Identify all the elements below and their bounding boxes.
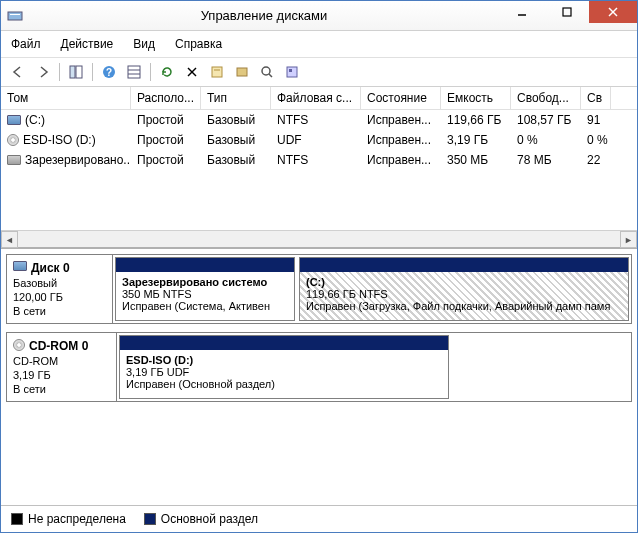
svg-rect-7	[76, 66, 82, 78]
titlebar[interactable]: Управление дисками	[1, 1, 637, 31]
partition-status: Исправен (Основной раздел)	[126, 378, 442, 390]
disk-info[interactable]: Диск 0 Базовый 120,00 ГБ В сети	[7, 255, 113, 323]
col-layout[interactable]: Располо...	[131, 87, 201, 109]
forward-button[interactable]	[32, 61, 54, 83]
properties-button[interactable]	[206, 61, 228, 83]
volume-pct: 91	[581, 111, 611, 129]
col-type[interactable]: Тип	[201, 87, 271, 109]
legend-swatch-black	[11, 513, 23, 525]
toolbar-separator	[92, 63, 93, 81]
app-icon	[7, 8, 23, 24]
refresh-button[interactable]	[156, 61, 178, 83]
list-view-button[interactable]	[123, 61, 145, 83]
disk-status: В сети	[13, 383, 110, 395]
volume-layout: Простой	[131, 111, 201, 129]
disk-size: 120,00 ГБ	[13, 291, 106, 303]
svg-rect-15	[212, 67, 222, 77]
svg-rect-21	[289, 69, 292, 72]
menu-help[interactable]: Справка	[165, 33, 232, 55]
delete-button[interactable]	[181, 61, 203, 83]
disk-partitions: Зарезервировано системо 350 МБ NTFS Испр…	[113, 255, 631, 323]
menu-file[interactable]: Файл	[1, 33, 51, 55]
volume-list[interactable]: (C:) Простой Базовый NTFS Исправен... 11…	[1, 110, 637, 230]
back-button[interactable]	[7, 61, 29, 83]
svg-rect-17	[237, 68, 247, 76]
disk-type: CD-ROM	[13, 355, 110, 367]
scroll-right-button[interactable]: ►	[620, 231, 637, 248]
tool-icon-2[interactable]	[256, 61, 278, 83]
partition-title: ESD-ISO (D:)	[126, 354, 442, 366]
svg-rect-10	[128, 66, 140, 78]
col-status[interactable]: Состояние	[361, 87, 441, 109]
partition[interactable]: ESD-ISO (D:) 3,19 ГБ UDF Исправен (Основ…	[119, 335, 449, 399]
svg-line-19	[269, 74, 272, 77]
partition-size: 119,66 ГБ NTFS	[306, 288, 622, 300]
disk-type: Базовый	[13, 277, 106, 289]
partition[interactable]: Зарезервировано системо 350 МБ NTFS Испр…	[115, 257, 295, 321]
minimize-button[interactable]	[499, 1, 544, 23]
tool-icon-3[interactable]	[281, 61, 303, 83]
volume-type: Базовый	[201, 111, 271, 129]
scroll-left-button[interactable]: ◄	[1, 231, 18, 248]
volume-name: ESD-ISO (D:)	[23, 133, 96, 147]
volume-pct: 0 %	[581, 131, 611, 149]
volume-row[interactable]: ESD-ISO (D:) Простой Базовый UDF Исправе…	[1, 130, 637, 150]
disk-partitions: ESD-ISO (D:) 3,19 ГБ UDF Исправен (Основ…	[117, 333, 631, 401]
volume-capacity: 350 МБ	[441, 151, 511, 169]
col-free[interactable]: Свобод...	[511, 87, 581, 109]
volume-free: 108,57 ГБ	[511, 111, 581, 129]
partition-size: 3,19 ГБ UDF	[126, 366, 442, 378]
volume-free: 78 МБ	[511, 151, 581, 169]
res-icon	[7, 155, 21, 165]
close-button[interactable]	[589, 1, 637, 23]
col-fs[interactable]: Файловая с...	[271, 87, 361, 109]
volume-fs: UDF	[271, 131, 361, 149]
volume-capacity: 3,19 ГБ	[441, 131, 511, 149]
legend-primary-label: Основной раздел	[161, 512, 258, 526]
cd-icon	[13, 339, 25, 351]
legend-unallocated: Не распределена	[11, 512, 126, 526]
menu-view[interactable]: Вид	[123, 33, 165, 55]
disk-management-window: Управление дисками Файл Действие Вид Спр…	[0, 0, 638, 533]
legend: Не распределена Основной раздел	[1, 505, 637, 532]
col-pct[interactable]: Св	[581, 87, 611, 109]
menu-action[interactable]: Действие	[51, 33, 124, 55]
show-hide-tree-button[interactable]	[65, 61, 87, 83]
volume-name: Зарезервировано...	[25, 153, 131, 167]
volume-layout: Простой	[131, 151, 201, 169]
volume-row[interactable]: Зарезервировано... Простой Базовый NTFS …	[1, 150, 637, 170]
col-volume[interactable]: Том	[1, 87, 131, 109]
volume-pct: 22	[581, 151, 611, 169]
partition-status: Исправен (Система, Активен	[122, 300, 288, 312]
toolbar-separator	[59, 63, 60, 81]
volume-status: Исправен...	[361, 151, 441, 169]
hdd-icon	[7, 115, 21, 125]
horizontal-scrollbar[interactable]: ◄ ►	[1, 230, 637, 247]
hdd-icon	[13, 261, 27, 271]
partition-status: Исправен (Загрузка, Файл подкачки, Авари…	[306, 300, 622, 312]
legend-primary: Основной раздел	[144, 512, 258, 526]
partition-title: Зарезервировано системо	[122, 276, 288, 288]
partition-body: (C:) 119,66 ГБ NTFS Исправен (Загрузка, …	[300, 272, 628, 320]
scroll-track[interactable]	[18, 231, 620, 247]
volume-name: (C:)	[25, 113, 45, 127]
volume-fs: NTFS	[271, 151, 361, 169]
partition-color-bar	[300, 258, 628, 272]
maximize-button[interactable]	[544, 1, 589, 23]
disk-size: 3,19 ГБ	[13, 369, 110, 381]
toolbar: ?	[1, 58, 637, 87]
svg-point-18	[262, 67, 270, 75]
help-button[interactable]: ?	[98, 61, 120, 83]
disk-info[interactable]: CD-ROM 0 CD-ROM 3,19 ГБ В сети	[7, 333, 117, 401]
volume-row[interactable]: (C:) Простой Базовый NTFS Исправен... 11…	[1, 110, 637, 130]
disk-graphic-pane: Диск 0 Базовый 120,00 ГБ В сети Зарезерв…	[1, 249, 637, 505]
cd-icon	[7, 134, 19, 146]
tool-icon-1[interactable]	[231, 61, 253, 83]
partition-size: 350 МБ NTFS	[122, 288, 288, 300]
volume-status: Исправен...	[361, 131, 441, 149]
col-capacity[interactable]: Емкость	[441, 87, 511, 109]
partition[interactable]: (C:) 119,66 ГБ NTFS Исправен (Загрузка, …	[299, 257, 629, 321]
legend-unallocated-label: Не распределена	[28, 512, 126, 526]
window-title: Управление дисками	[29, 8, 499, 23]
legend-swatch-blue	[144, 513, 156, 525]
